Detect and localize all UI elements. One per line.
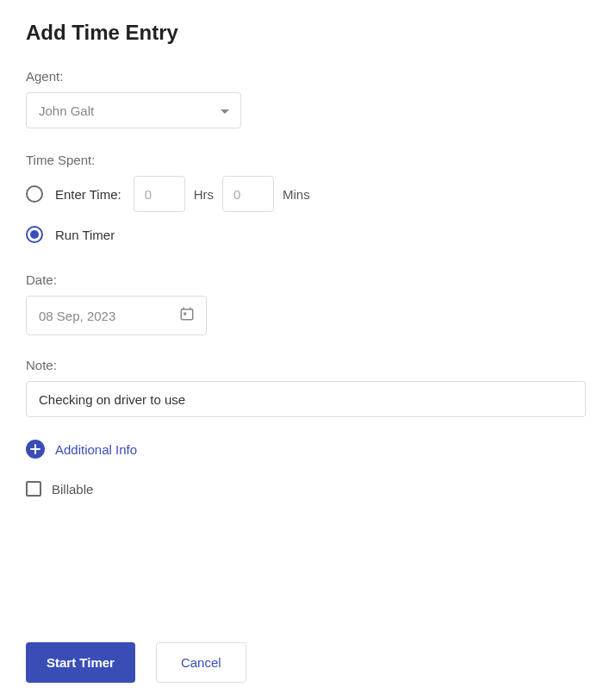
cancel-button[interactable]: Cancel — [156, 642, 246, 683]
radio-dot-icon — [30, 230, 39, 239]
radio-enter-time[interactable] — [26, 185, 43, 203]
billable-row[interactable]: Billable — [26, 481, 590, 497]
note-label: Note: — [26, 358, 590, 372]
agent-label: Agent: — [26, 69, 590, 84]
enter-time-label: Enter Time: — [55, 187, 121, 202]
date-section: Date: 08 Sep, 2023 — [26, 272, 590, 335]
run-timer-option[interactable]: Run Timer — [26, 226, 590, 243]
start-timer-button[interactable]: Start Timer — [26, 642, 135, 683]
billable-checkbox[interactable] — [26, 481, 41, 497]
enter-time-option[interactable]: Enter Time: Hrs Mins — [26, 176, 590, 212]
additional-info-label: Additional Info — [55, 442, 137, 457]
minutes-input[interactable] — [222, 176, 274, 212]
additional-info-toggle[interactable]: Additional Info — [26, 440, 590, 459]
agent-section: Agent: John Galt — [26, 69, 590, 128]
hours-unit: Hrs — [194, 187, 214, 202]
footer-actions: Start Timer Cancel — [26, 642, 246, 683]
date-label: Date: — [26, 272, 590, 287]
date-input[interactable]: 08 Sep, 2023 — [26, 296, 207, 335]
time-spent-section: Time Spent: Enter Time: Hrs Mins Run Tim… — [26, 153, 590, 243]
note-input[interactable] — [26, 381, 586, 417]
note-section: Note: — [26, 358, 590, 417]
radio-run-timer[interactable] — [26, 226, 43, 243]
minutes-unit: Mins — [283, 187, 310, 202]
hours-input[interactable] — [134, 176, 185, 212]
billable-label: Billable — [52, 482, 93, 497]
run-timer-label: Run Timer — [55, 228, 115, 242]
agent-select[interactable]: John Galt — [26, 92, 241, 128]
time-spent-label: Time Spent: — [26, 153, 590, 167]
page-title: Add Time Entry — [26, 21, 590, 45]
plus-icon — [26, 440, 45, 459]
